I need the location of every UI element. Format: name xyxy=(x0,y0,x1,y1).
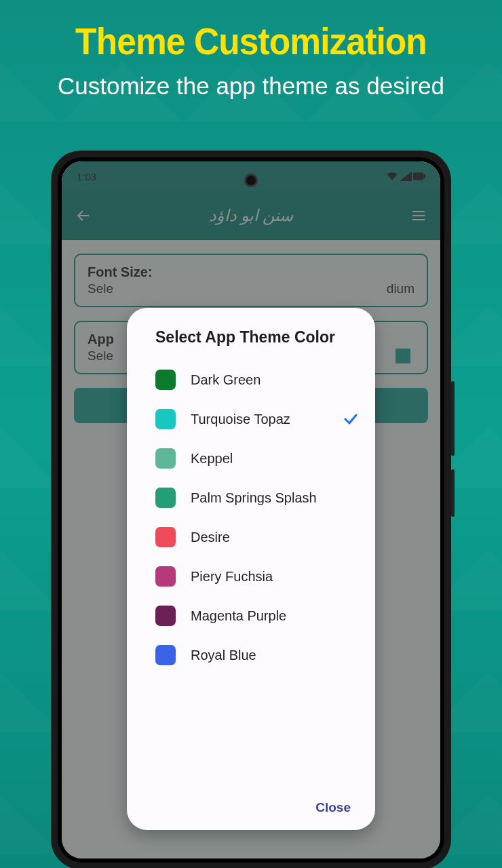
color-swatch xyxy=(155,606,176,626)
camera-cutout xyxy=(244,174,258,187)
dialog-title: Select App Theme Color xyxy=(155,328,367,347)
phone-frame: 1:03 سنن ابو داؤد Font Size: Sele xyxy=(51,151,451,868)
theme-options-list: Dark GreenTurquoise TopazKeppelPalm Spri… xyxy=(146,360,367,791)
phone-side-button xyxy=(451,469,455,517)
theme-option[interactable]: Turquoise Topaz xyxy=(146,399,367,439)
theme-option-label: Royal Blue xyxy=(191,647,359,664)
theme-option[interactable]: Palm Springs Splash xyxy=(146,478,367,517)
phone-side-button xyxy=(451,381,455,456)
theme-option[interactable]: Dark Green xyxy=(146,360,367,399)
color-swatch xyxy=(155,527,176,547)
color-swatch xyxy=(155,370,176,390)
theme-option-label: Dark Green xyxy=(191,372,359,389)
promo-subtitle: Customize the app theme as desired xyxy=(0,73,502,100)
theme-option[interactable]: Keppel xyxy=(146,439,367,478)
color-swatch xyxy=(155,566,176,587)
theme-option[interactable]: Magenta Purple xyxy=(146,596,367,635)
theme-color-dialog: Select App Theme Color Dark GreenTurquoi… xyxy=(127,308,375,830)
theme-option-label: Magenta Purple xyxy=(191,608,359,625)
promo-title: Theme Customization xyxy=(20,0,482,63)
theme-option-label: Keppel xyxy=(191,450,359,467)
check-icon xyxy=(343,411,359,427)
color-swatch xyxy=(155,488,176,508)
color-swatch xyxy=(155,645,176,665)
phone-screen: 1:03 سنن ابو داؤد Font Size: Sele xyxy=(62,161,440,859)
theme-option-label: Piery Fuchsia xyxy=(191,568,359,585)
theme-option-label: Desire xyxy=(191,529,359,546)
theme-option[interactable]: Royal Blue xyxy=(146,635,367,675)
theme-option[interactable]: Piery Fuchsia xyxy=(146,557,367,596)
theme-option-label: Palm Springs Splash xyxy=(191,490,359,507)
theme-option[interactable]: Desire xyxy=(146,517,367,557)
color-swatch xyxy=(155,409,176,429)
theme-option-label: Turquoise Topaz xyxy=(191,411,328,428)
color-swatch xyxy=(155,448,176,469)
close-button[interactable]: Close xyxy=(313,795,353,821)
